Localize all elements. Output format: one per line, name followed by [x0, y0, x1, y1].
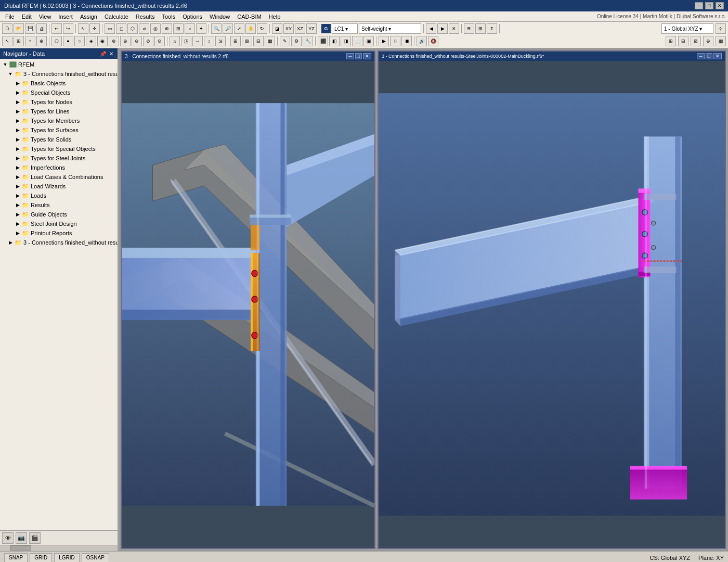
- view-xy-button[interactable]: XY: [283, 23, 294, 34]
- move-button[interactable]: ✛: [89, 23, 100, 34]
- tb-btn-5[interactable]: ◻: [116, 23, 126, 34]
- tb2-btn-8[interactable]: ◈: [86, 36, 96, 46]
- tb2-btn-24[interactable]: ✎: [280, 36, 290, 46]
- osnap-button[interactable]: OSNAP: [82, 553, 109, 563]
- mdi-close-2[interactable]: ✕: [713, 53, 722, 59]
- tb-btn-4[interactable]: ▭: [105, 23, 115, 34]
- nav-scrollbar-x[interactable]: [0, 545, 118, 551]
- tb2-btn-7[interactable]: ○: [74, 36, 85, 46]
- save-button[interactable]: 💾: [25, 23, 35, 34]
- tb2-btn-26[interactable]: 🔧: [303, 36, 313, 46]
- menu-calculate[interactable]: Calculate: [101, 12, 132, 21]
- mdi-maximize-2[interactable]: □: [706, 53, 712, 59]
- viewport-canvas-2[interactable]: [379, 61, 725, 548]
- tb2-btn-25[interactable]: ⚙: [291, 36, 302, 46]
- zoom-in-button[interactable]: 🔍: [211, 23, 222, 34]
- tb2-btn-10[interactable]: ⊗: [109, 36, 119, 46]
- nav-bottom-camera-button[interactable]: 📷: [16, 532, 27, 544]
- tree-item-load-wizards[interactable]: ▶ 📁 Load Wizards: [0, 182, 118, 191]
- lgrid-button[interactable]: LGRID: [54, 553, 80, 563]
- menu-file[interactable]: File: [2, 12, 18, 21]
- tb2-btn-13[interactable]: ⊘: [143, 36, 153, 46]
- tree-item-imperfections[interactable]: ▶ 📁 Imperfections: [0, 163, 118, 172]
- tb2-btn-19[interactable]: ⇲: [215, 36, 226, 46]
- tb-close-lc[interactable]: ✕: [449, 23, 459, 34]
- menu-view[interactable]: View: [36, 12, 55, 21]
- tb2-btn-35[interactable]: 🔊: [417, 36, 427, 46]
- tree-item-types-for-steel-joints[interactable]: ▶ 📁 Types for Steel Joints: [0, 154, 118, 163]
- tb-btn-10[interactable]: ⊞: [173, 23, 184, 34]
- tb2-btn-9[interactable]: ◉: [97, 36, 108, 46]
- tree-item-project[interactable]: ▼ 📁 3 - Connections finished_without res…: [0, 69, 118, 79]
- tb-prev-button[interactable]: ◀: [426, 23, 436, 34]
- tb2-right-5[interactable]: ▦: [716, 36, 726, 46]
- minimize-button[interactable]: ─: [695, 2, 703, 9]
- tb2-btn-30[interactable]: ⬜: [352, 36, 362, 46]
- undo-button[interactable]: ↩: [51, 23, 62, 34]
- tree-item-types-for-special-objects[interactable]: ▶ 📁 Types for Special Objects: [0, 144, 118, 154]
- tree-item-special-objects[interactable]: ▶ 📁 Special Objects: [0, 88, 118, 97]
- new-button[interactable]: 🗋: [2, 23, 12, 34]
- menu-edit[interactable]: Edit: [19, 12, 35, 21]
- tb2-btn-18[interactable]: ↕: [204, 36, 214, 46]
- tb2-btn-32[interactable]: ▶: [379, 36, 389, 46]
- lc-number-dropdown[interactable]: LC1 ▾: [332, 23, 358, 34]
- nav-close-button[interactable]: ✕: [108, 51, 114, 57]
- tb2-btn-1[interactable]: ↖: [2, 36, 12, 46]
- grid-button[interactable]: GRID: [30, 553, 52, 563]
- menu-tools[interactable]: Tools: [159, 12, 178, 21]
- tree-item-types-for-lines[interactable]: ▶ 📁 Types for Lines: [0, 107, 118, 116]
- tb2-btn-17[interactable]: ↔: [192, 36, 203, 46]
- mdi-maximize-1[interactable]: □: [355, 53, 362, 59]
- tb-btn-9[interactable]: ⊕: [162, 23, 172, 34]
- tb2-btn-6[interactable]: ●: [63, 36, 73, 46]
- tb-results-1[interactable]: R: [464, 23, 474, 34]
- nav-bottom-eye-button[interactable]: 👁: [2, 532, 14, 544]
- tb2-right-3[interactable]: ⊠: [691, 36, 701, 46]
- pan-button[interactable]: ✋: [245, 23, 256, 34]
- tree-item-guide-objects[interactable]: ▶ 📁 Guide Objects: [0, 210, 118, 219]
- tb2-btn-3[interactable]: +: [25, 36, 35, 46]
- tb2-btn-28[interactable]: ◧: [329, 36, 340, 46]
- zoom-out-button[interactable]: 🔎: [223, 23, 233, 34]
- menu-options[interactable]: Options: [179, 12, 205, 21]
- rotate-button[interactable]: ↻: [257, 23, 267, 34]
- nav-pin-button[interactable]: 📌: [99, 51, 107, 57]
- print-button[interactable]: 🖨: [36, 23, 47, 34]
- tree-item-load-cases[interactable]: ▶ 📁 Load Cases & Combinations: [0, 172, 118, 182]
- tb2-btn-15[interactable]: ⌂: [170, 36, 180, 46]
- tb-next-button[interactable]: ▶: [437, 23, 448, 34]
- tree-item-rfem[interactable]: ▼ RFEM: [0, 60, 118, 69]
- tree-item-types-for-nodes[interactable]: ▶ 📁 Types for Nodes: [0, 97, 118, 107]
- tree-item-steel-joint-design[interactable]: ▶ 📁 Steel Joint Design: [0, 219, 118, 228]
- select-button[interactable]: ↖: [78, 23, 88, 34]
- tb-btn-12[interactable]: ✦: [196, 23, 206, 34]
- lc-name-dropdown[interactable]: Self-weight ▾: [359, 23, 421, 34]
- tb2-btn-22[interactable]: ⊟: [253, 36, 264, 46]
- viewport-canvas-1[interactable]: [122, 61, 374, 548]
- tb-btn-7[interactable]: ⌀: [139, 23, 149, 34]
- mdi-close-1[interactable]: ✕: [363, 53, 371, 59]
- tree-item-loads[interactable]: ▶ 📁 Loads: [0, 191, 118, 200]
- menu-results[interactable]: Results: [133, 12, 158, 21]
- zoom-fit-button[interactable]: ⤢: [234, 23, 244, 34]
- tb2-btn-21[interactable]: ⊠: [242, 36, 252, 46]
- menu-help[interactable]: Help: [266, 12, 284, 21]
- tb2-btn-11[interactable]: ⊕: [120, 36, 131, 46]
- tb2-right-1[interactable]: ⊞: [666, 36, 676, 46]
- tb2-btn-4[interactable]: ⊕: [36, 36, 47, 46]
- tb2-btn-23[interactable]: ▦: [265, 36, 275, 46]
- menu-cad-bim[interactable]: CAD-BIM: [234, 12, 264, 21]
- view-3d-button[interactable]: ◪: [272, 23, 282, 34]
- maximize-button[interactable]: □: [705, 2, 713, 9]
- menu-assign[interactable]: Assign: [77, 12, 100, 21]
- tb-btn-6[interactable]: ⬡: [127, 23, 138, 34]
- mdi-minimize-1[interactable]: ─: [346, 53, 354, 59]
- view-yz-button[interactable]: YZ: [306, 23, 317, 34]
- tree-item-project2[interactable]: ▶ 📁 3 - Connections finished_without res…: [0, 238, 118, 247]
- tb-btn-8[interactable]: ◎: [150, 23, 161, 34]
- redo-button[interactable]: ↪: [63, 23, 73, 34]
- nav-bottom-video-button[interactable]: 🎬: [29, 532, 41, 544]
- mdi-minimize-2[interactable]: ─: [697, 53, 704, 59]
- coord-system-dropdown[interactable]: 1 - Global XYZ ▾: [661, 23, 713, 34]
